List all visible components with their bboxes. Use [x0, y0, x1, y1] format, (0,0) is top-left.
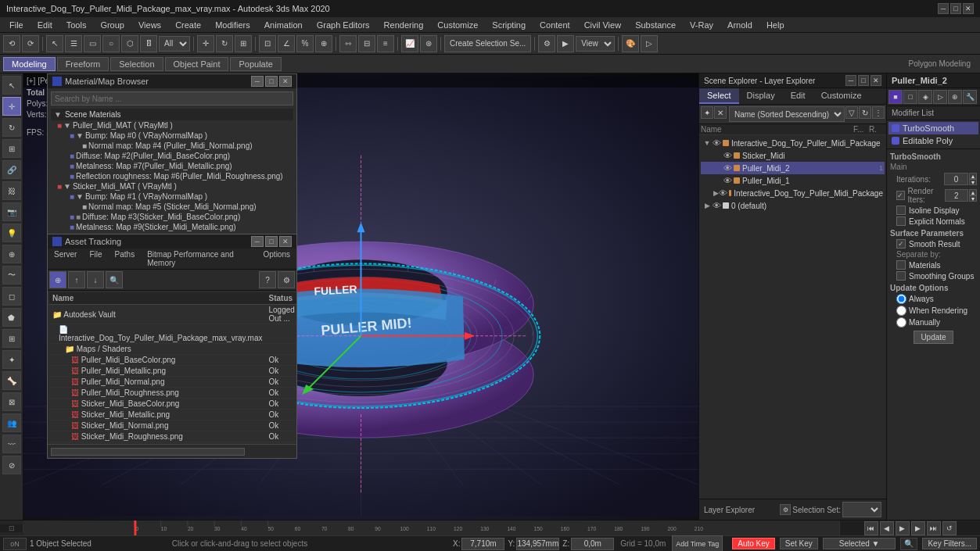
- align-btn[interactable]: ⊟: [358, 35, 375, 52]
- key-filters-btn[interactable]: Key Filters...: [922, 538, 977, 549]
- scale-btn[interactable]: ⊞: [235, 35, 252, 52]
- render-btn[interactable]: ▶: [557, 35, 574, 52]
- mat-sticker-metalness[interactable]: ■ Metalness: Map #9(Sticker_Midi_Metalli…: [51, 222, 293, 232]
- quick-render-btn[interactable]: ▷: [641, 35, 658, 52]
- lt-skin-btn[interactable]: ⊠: [2, 392, 21, 411]
- mat-sticker-normalmap[interactable]: ■ Normal map: Map #5 (Sticker_Midi_Norma…: [51, 202, 293, 212]
- next-frame-btn[interactable]: ▶: [911, 521, 925, 535]
- create-selection-btn[interactable]: Create Selection Se...: [444, 35, 531, 52]
- at-scrollbar[interactable]: [48, 444, 296, 458]
- menu-customize[interactable]: Customize: [431, 19, 484, 31]
- se-sort-select[interactable]: Name (Sorted Descending): [729, 106, 845, 122]
- select-by-name-btn[interactable]: ☰: [65, 35, 82, 52]
- rotate-btn[interactable]: ↻: [216, 35, 233, 52]
- snap-toggle-btn[interactable]: ⊡: [259, 35, 276, 52]
- at-help-btn[interactable]: ?: [259, 271, 276, 288]
- se-close-btn[interactable]: ✕: [871, 75, 881, 86]
- se-properties-btn[interactable]: ⚙: [780, 504, 791, 515]
- lt-camera-btn[interactable]: 📷: [2, 202, 21, 221]
- tab-populate[interactable]: Populate: [230, 57, 281, 71]
- mp-icon-hierarchy[interactable]: ⊕: [948, 90, 962, 104]
- iterations-up[interactable]: ▲: [969, 173, 977, 179]
- mat-puller-diffuse[interactable]: ■ Diffuse: Map #2(Puller_Midi_BaseColor.…: [51, 151, 293, 161]
- lt-helper-btn[interactable]: ⊕: [2, 245, 21, 263]
- menu-group[interactable]: Group: [94, 19, 131, 31]
- table-row[interactable]: 📁 Autodesk Vault Logged Out ...: [49, 305, 296, 324]
- iterations-value[interactable]: 0: [944, 173, 968, 185]
- modifier-turbosmooth[interactable]: TurboSmooth: [888, 122, 978, 134]
- se-tab-display[interactable]: Display: [739, 88, 783, 104]
- menu-vray[interactable]: V-Ray: [684, 19, 720, 31]
- at-btn4[interactable]: 🔍: [106, 271, 123, 288]
- menu-arnold[interactable]: Arnold: [721, 19, 759, 31]
- smoothing-groups-checkbox[interactable]: [896, 271, 906, 281]
- table-row[interactable]: 📁 Maps / Shaders: [49, 344, 296, 355]
- render-iters-value[interactable]: 2: [945, 189, 968, 202]
- render-setup-btn[interactable]: ⚙: [538, 35, 555, 52]
- timeline-track[interactable]: 0 10 20 30 40 50 60 70 80 90 100 110 120…: [23, 521, 839, 535]
- materials-checkbox[interactable]: [896, 260, 906, 270]
- se-add-btn[interactable]: ✦: [701, 106, 713, 119]
- table-row[interactable]: 🖼 Puller_Midi_Roughness.png Ok: [49, 388, 296, 399]
- tree-item-main-group[interactable]: ▼ 👁 Interactive_Dog_Toy_Puller_Midi_Pack…: [701, 137, 885, 149]
- se-filter-btn[interactable]: ▽: [845, 106, 858, 119]
- curve-editor-btn[interactable]: 📈: [401, 35, 418, 52]
- se-minimize-btn[interactable]: ─: [845, 75, 856, 86]
- prev-frame-btn[interactable]: ◀: [880, 521, 894, 535]
- viewport-select[interactable]: View: [576, 36, 615, 52]
- se-delete-btn[interactable]: ✕: [714, 106, 727, 119]
- modifier-editable-poly[interactable]: Editable Poly: [888, 134, 978, 147]
- menu-help[interactable]: Help: [760, 19, 791, 31]
- isoline-checkbox[interactable]: [896, 206, 906, 215]
- lt-particle-btn[interactable]: ✦: [2, 350, 21, 369]
- layer-mgr-btn[interactable]: ≡: [377, 35, 394, 52]
- explicit-normals-checkbox[interactable]: [896, 216, 906, 226]
- selected-dropdown[interactable]: Selected ▼: [823, 538, 896, 549]
- lt-crowd-btn[interactable]: 👥: [2, 413, 21, 432]
- redo-btn[interactable]: ⟳: [22, 35, 39, 52]
- mat-browser-maximize-btn[interactable]: □: [265, 76, 278, 87]
- rect-select-btn[interactable]: ▭: [84, 35, 101, 52]
- update-btn[interactable]: Update: [914, 331, 953, 344]
- lt-space-warp-btn[interactable]: 〜: [2, 266, 21, 284]
- lt-hair-btn[interactable]: 〰: [2, 435, 21, 453]
- mat-sticker-midi-mat[interactable]: ■ ▼ Sticker_Midi_MAT ( VRayMtl ): [51, 181, 293, 191]
- lt-link-btn[interactable]: 🔗: [2, 160, 21, 179]
- se-tab-select[interactable]: Select: [699, 88, 739, 104]
- select-object-btn[interactable]: ↖: [46, 35, 63, 52]
- x-input[interactable]: [461, 538, 504, 550]
- mat-puller-normalmap[interactable]: ■ Normal map: Map #4 (Puller_Midi_Normal…: [51, 141, 293, 151]
- maximize-btn[interactable]: □: [950, 3, 961, 14]
- mat-browser-close-btn[interactable]: ✕: [279, 76, 292, 87]
- timeline[interactable]: ⊡ 0 10 20 30 40 50 60 70 80: [0, 520, 980, 535]
- mp-icon-display[interactable]: ◈: [918, 90, 932, 104]
- undo-btn[interactable]: ⟲: [3, 35, 20, 52]
- menu-scripting[interactable]: Scripting: [486, 19, 532, 31]
- tree-item-puller-midi-2[interactable]: 👁 Puller_Midi_2 1: [701, 162, 885, 174]
- spinner-snap-btn[interactable]: ⊕: [315, 35, 332, 52]
- table-row[interactable]: 🖼 Sticker_Midi_BaseColor.png Ok: [49, 399, 296, 410]
- render-iters-up[interactable]: ▲: [969, 189, 977, 195]
- lt-compound-btn[interactable]: ⊞: [2, 329, 21, 348]
- mp-icon-motion[interactable]: ▷: [933, 90, 947, 104]
- at-btn3[interactable]: ↓: [87, 271, 104, 288]
- mat-sticker-diffuse[interactable]: ■ ■ Diffuse: Map #3(Sticker_Midi_BaseCol…: [51, 212, 293, 222]
- manually-radio[interactable]: [896, 317, 906, 327]
- table-row[interactable]: 🖼 Puller_Midi_BaseColor.png Ok: [49, 355, 296, 366]
- render-iters-down[interactable]: ▼: [969, 195, 977, 202]
- lasso-select-btn[interactable]: 〿: [140, 35, 157, 52]
- se-options-btn[interactable]: ⋮: [872, 106, 885, 119]
- mat-browser-minimize-btn[interactable]: ─: [251, 76, 264, 87]
- scene-materials-section[interactable]: ▼ Scene Materials: [51, 109, 293, 120]
- mp-icon-render[interactable]: □: [903, 90, 917, 104]
- schematic-view-btn[interactable]: ⊛: [420, 35, 437, 52]
- table-row[interactable]: 🖼 Puller_Midi_Metallic.png Ok: [49, 366, 296, 377]
- lt-bone-btn[interactable]: 🦴: [2, 371, 21, 390]
- menu-substance[interactable]: Substance: [629, 19, 682, 31]
- mat-puller-bump[interactable]: ■ ▼ Bump: Map #0 ( VRayNormalMap ): [51, 131, 293, 141]
- mat-puller-metalness[interactable]: ■ Metalness: Map #7(Puller_Midi_Metallic…: [51, 161, 293, 171]
- at-maximize-btn[interactable]: □: [265, 236, 278, 247]
- at-close-btn[interactable]: ✕: [279, 236, 292, 247]
- tab-object-paint[interactable]: Object Paint: [165, 57, 229, 71]
- menu-create[interactable]: Create: [169, 19, 207, 31]
